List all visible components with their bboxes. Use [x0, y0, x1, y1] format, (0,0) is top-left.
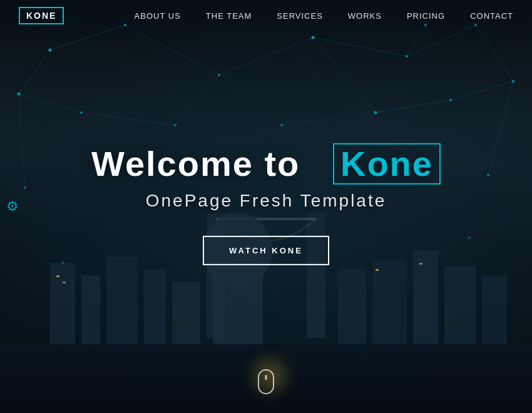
svg-rect-42 [106, 257, 138, 350]
svg-rect-49 [482, 275, 507, 350]
watch-cta-button[interactable]: WATCH KONE [203, 235, 329, 265]
svg-rect-43 [144, 269, 166, 350]
nav-link-works[interactable]: WORKS [348, 11, 382, 21]
nav-link-about[interactable]: ABOUT US [135, 11, 181, 21]
scroll-indicator [258, 369, 274, 394]
navbar: KONE ABOUT US THE TEAM SERVICES WORKS PR… [0, 0, 532, 31]
nav-item-works[interactable]: WORKS [348, 10, 382, 21]
nav-item-pricing[interactable]: PRICING [407, 10, 445, 21]
nav-item-contact[interactable]: CONTACT [470, 10, 513, 21]
nav-link-pricing[interactable]: PRICING [407, 11, 445, 21]
svg-rect-46 [372, 260, 407, 350]
nav-link-team[interactable]: THE TEAM [206, 11, 252, 21]
hero-title-prefix: Welcome to [91, 144, 300, 183]
nav-link-services[interactable]: SERVICES [277, 11, 323, 21]
hero-subtitle: OnePage Fresh Template [0, 190, 532, 210]
svg-rect-40 [50, 263, 75, 350]
nav-link-contact[interactable]: CONTACT [470, 11, 513, 21]
svg-rect-41 [81, 275, 100, 350]
nav-links: ABOUT US THE TEAM SERVICES WORKS PRICING… [135, 10, 513, 21]
svg-rect-51 [63, 282, 66, 283]
svg-rect-48 [444, 266, 476, 350]
svg-rect-39 [213, 250, 263, 350]
svg-rect-50 [56, 275, 59, 277]
svg-rect-47 [413, 250, 438, 350]
logo[interactable]: KONE [19, 7, 64, 24]
svg-rect-44 [172, 282, 200, 350]
svg-rect-45 [338, 269, 366, 350]
svg-rect-52 [376, 269, 379, 271]
nav-item-about[interactable]: ABOUT US [135, 10, 181, 21]
mouse-scroll-icon [258, 369, 274, 394]
hero-title-highlight: Kone [333, 143, 441, 185]
nav-item-team[interactable]: THE TEAM [206, 10, 252, 21]
hero-title: Welcome to Kone [0, 143, 532, 185]
nav-item-services[interactable]: SERVICES [277, 10, 323, 21]
hero-section: Welcome to Kone OnePage Fresh Template W… [0, 143, 532, 265]
